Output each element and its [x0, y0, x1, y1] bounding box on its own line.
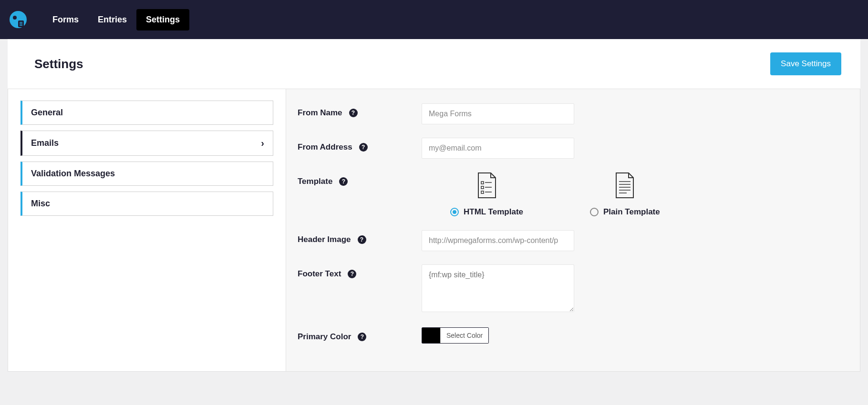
- sidebar-tab-label: General: [31, 108, 63, 118]
- settings-panel: From Name ? From Address ? Template ?: [286, 89, 860, 372]
- plain-template-radio[interactable]: [590, 208, 599, 216]
- color-swatch[interactable]: [422, 328, 440, 343]
- from-address-input[interactable]: [422, 138, 574, 159]
- row-template: Template ?: [298, 172, 848, 217]
- help-icon[interactable]: ?: [358, 235, 366, 244]
- control-col: [422, 264, 727, 314]
- control-col: [422, 103, 727, 124]
- html-template-icon: [476, 172, 497, 199]
- sidebar-tab-validation[interactable]: Validation Messages: [21, 162, 273, 186]
- control-col: HTML Template: [422, 172, 727, 217]
- nav-entries[interactable]: Entries: [88, 9, 136, 30]
- primary-color-label: Primary Color: [298, 332, 351, 342]
- sidebar-tab-label: Validation Messages: [31, 169, 115, 179]
- radio-inner: [453, 210, 456, 214]
- help-icon[interactable]: ?: [339, 177, 348, 186]
- template-label: Template: [298, 177, 332, 186]
- control-col: Select Color: [422, 327, 727, 344]
- label-col: Template ?: [298, 172, 422, 186]
- settings-sidebar: General Emails › Validation Messages Mis…: [8, 89, 286, 372]
- chevron-right-icon: ›: [261, 138, 264, 149]
- content-area: General Emails › Validation Messages Mis…: [0, 89, 868, 379]
- svg-point-1: [13, 16, 17, 20]
- nav-forms[interactable]: Forms: [43, 9, 88, 30]
- page-title: Settings: [34, 57, 83, 71]
- sidebar-tab-label: Misc: [31, 199, 50, 209]
- radio-row: Plain Template: [590, 207, 660, 217]
- header-image-input[interactable]: [422, 230, 574, 251]
- plain-template-icon: [614, 172, 635, 199]
- help-icon[interactable]: ?: [349, 109, 358, 117]
- top-bar: Forms Entries Settings: [0, 0, 868, 39]
- app-logo-icon: [8, 9, 29, 30]
- control-col: [422, 138, 727, 159]
- template-opt-html: HTML Template: [450, 172, 523, 217]
- from-name-input[interactable]: [422, 103, 574, 124]
- from-address-label: From Address: [298, 142, 352, 152]
- row-primary-color: Primary Color ? Select Color: [298, 327, 848, 344]
- page-header: Settings Save Settings: [8, 39, 860, 89]
- template-options: HTML Template: [422, 172, 727, 217]
- html-template-label: HTML Template: [464, 207, 523, 217]
- sidebar-tab-general[interactable]: General: [21, 101, 273, 125]
- top-nav: Forms Entries Settings: [43, 9, 189, 30]
- label-col: From Address ?: [298, 138, 422, 152]
- label-col: Primary Color ?: [298, 327, 422, 342]
- from-name-label: From Name: [298, 108, 342, 118]
- row-header-image: Header Image ?: [298, 230, 848, 251]
- row-from-name: From Name ?: [298, 103, 848, 124]
- sidebar-tab-label: Emails: [31, 138, 59, 148]
- header-image-label: Header Image: [298, 235, 351, 244]
- svg-rect-6: [481, 182, 484, 184]
- nav-settings[interactable]: Settings: [136, 9, 189, 30]
- sidebar-tab-emails[interactable]: Emails ›: [21, 131, 273, 156]
- template-opt-plain: Plain Template: [590, 172, 660, 217]
- select-color-button[interactable]: Select Color: [440, 328, 488, 343]
- footer-text-input[interactable]: [422, 264, 574, 312]
- svg-rect-10: [481, 191, 484, 193]
- row-footer-text: Footer Text ?: [298, 264, 848, 314]
- row-from-address: From Address ?: [298, 138, 848, 159]
- html-template-radio[interactable]: [450, 208, 459, 216]
- svg-rect-8: [481, 186, 484, 189]
- help-icon[interactable]: ?: [359, 143, 368, 152]
- label-col: Header Image ?: [298, 230, 422, 244]
- footer-text-label: Footer Text: [298, 269, 341, 279]
- sidebar-tab-misc[interactable]: Misc: [21, 192, 273, 216]
- radio-row: HTML Template: [450, 207, 523, 217]
- label-col: Footer Text ?: [298, 264, 422, 279]
- save-settings-button[interactable]: Save Settings: [770, 52, 841, 75]
- label-col: From Name ?: [298, 103, 422, 118]
- help-icon[interactable]: ?: [358, 333, 366, 341]
- control-col: [422, 230, 727, 251]
- color-picker: Select Color: [422, 327, 489, 344]
- help-icon[interactable]: ?: [348, 270, 356, 278]
- plain-template-label: Plain Template: [603, 207, 660, 217]
